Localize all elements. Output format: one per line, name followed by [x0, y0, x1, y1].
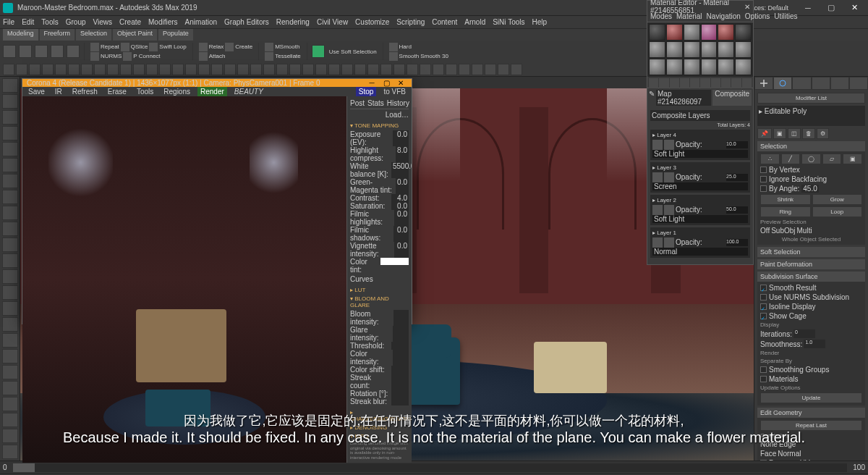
- param-spinner[interactable]: [393, 326, 409, 342]
- menu-views[interactable]: Views: [93, 18, 113, 26]
- tess-button[interactable]: Tessellate: [275, 53, 301, 59]
- tool-button[interactable]: [2, 429, 18, 443]
- material-swatch[interactable]: [666, 59, 683, 75]
- vfb-section[interactable]: ▸ SHARPENING/BLURRING: [350, 409, 409, 422]
- material-type-button[interactable]: Composite: [712, 90, 752, 106]
- ribbon-button[interactable]: [312, 45, 325, 58]
- angle-spinner[interactable]: 45.0: [801, 185, 818, 193]
- configure-button[interactable]: ⚙: [817, 128, 829, 139]
- pick-icon[interactable]: ✎: [649, 90, 655, 106]
- vfb-stop-button[interactable]: Stop: [356, 87, 377, 96]
- show-end-button[interactable]: ▣: [773, 128, 786, 139]
- toolbar-button[interactable]: [224, 64, 236, 75]
- material-swatch[interactable]: [718, 59, 734, 75]
- modifier-list-dropdown[interactable]: Modifier List: [757, 93, 865, 104]
- pconnect-button[interactable]: P Connect: [133, 53, 160, 59]
- layer-map-button[interactable]: [652, 140, 663, 150]
- attach-button[interactable]: Attach: [209, 53, 226, 59]
- hierarchy-tab[interactable]: [792, 77, 811, 90]
- toolbar-button[interactable]: [341, 64, 353, 75]
- mated-menu-options[interactable]: Options: [745, 12, 770, 22]
- toolbar-button[interactable]: [420, 64, 431, 75]
- menu-edit[interactable]: Edit: [22, 18, 34, 26]
- create-tab[interactable]: [754, 77, 773, 90]
- material-swatch[interactable]: [684, 41, 700, 58]
- tool-button[interactable]: [2, 317, 18, 332]
- mated-tool-button[interactable]: [659, 78, 668, 88]
- mat-checkbox[interactable]: [760, 376, 767, 382]
- ribbon-button[interactable]: [67, 45, 80, 58]
- toolbar-button[interactable]: [328, 64, 340, 75]
- menu-modifiers[interactable]: Modifiers: [148, 18, 178, 26]
- menu-scripting[interactable]: Scripting: [396, 18, 425, 26]
- toolbar-button[interactable]: [367, 64, 379, 75]
- material-name-field[interactable]: Map #2146286097: [656, 90, 711, 106]
- material-swatch[interactable]: [684, 59, 700, 75]
- presel-multi-radio[interactable]: Multi: [797, 227, 812, 235]
- smoothness-spinner[interactable]: 1.0: [804, 340, 825, 348]
- pin-stack-button[interactable]: 📌: [757, 128, 772, 139]
- layer-map-button[interactable]: [652, 205, 663, 215]
- mated-menu-material[interactable]: Material: [676, 12, 702, 22]
- param-spinner[interactable]: 0.0: [393, 130, 409, 146]
- material-swatch[interactable]: [649, 59, 665, 75]
- param-spinner[interactable]: 0.0: [394, 210, 409, 226]
- toolbar-button[interactable]: [393, 64, 405, 75]
- toolbar-button[interactable]: [472, 64, 483, 75]
- presel-subobj-radio[interactable]: SubObj: [771, 227, 795, 235]
- qslice-button[interactable]: QSlice: [131, 43, 148, 50]
- toolbar-button[interactable]: [459, 64, 470, 75]
- curves-button[interactable]: Curves: [350, 275, 373, 283]
- smooth-button[interactable]: Smooth: [399, 53, 420, 59]
- vfb-tovfb-button[interactable]: to VFB: [380, 87, 409, 96]
- constraint-none-radio[interactable]: None: [760, 440, 778, 448]
- vfb-section[interactable]: ▸ DENOISING: [350, 424, 409, 431]
- param-spinner[interactable]: [391, 390, 409, 398]
- toolbar-button[interactable]: [407, 64, 418, 75]
- tool-button[interactable]: [2, 285, 18, 300]
- toolbar-button[interactable]: [55, 64, 67, 75]
- toolbar-button[interactable]: [250, 64, 262, 75]
- ribbon-tab-selection[interactable]: Selection: [76, 29, 111, 41]
- tool-button[interactable]: [2, 397, 18, 411]
- toolbar-button[interactable]: [302, 64, 314, 75]
- param-spinner[interactable]: 8.0: [396, 146, 409, 162]
- shrink-button[interactable]: Shrink: [760, 194, 811, 205]
- border-subobj-button[interactable]: ◯: [801, 154, 821, 164]
- update-button[interactable]: Update: [760, 392, 862, 403]
- vfb-render-button[interactable]: Render: [197, 87, 227, 96]
- mated-menu-modes[interactable]: Modes: [650, 12, 672, 22]
- vfb-titlebar[interactable]: Corona 4 (Release Candidate 1) | 1436×10…: [22, 79, 412, 87]
- toolbar-button[interactable]: [68, 64, 80, 75]
- menu-animation[interactable]: Animation: [185, 18, 217, 26]
- material-swatch[interactable]: [649, 41, 665, 58]
- mated-tool-button[interactable]: [690, 78, 699, 88]
- toolbar-button[interactable]: [107, 64, 119, 75]
- param-spinner[interactable]: [393, 310, 409, 326]
- tool-button[interactable]: [2, 301, 18, 316]
- param-spinner[interactable]: [391, 374, 409, 390]
- material-swatch[interactable]: [701, 59, 718, 75]
- vfb-ir-button[interactable]: IR: [52, 87, 65, 96]
- toolbar-button[interactable]: [511, 64, 522, 75]
- maximize-button[interactable]: ▢: [820, 1, 842, 14]
- usesoft-button[interactable]: Use Soft Selection: [329, 49, 377, 55]
- unique-button[interactable]: ◫: [788, 128, 801, 139]
- blend-mode-dropdown[interactable]: Screen: [652, 182, 748, 190]
- ignoreback-checkbox[interactable]: [760, 176, 767, 182]
- toolbar-button[interactable]: [315, 64, 327, 75]
- mated-tool-button[interactable]: [649, 78, 658, 88]
- material-swatch[interactable]: [701, 24, 718, 41]
- ring-button[interactable]: Ring: [760, 206, 811, 217]
- tool-button[interactable]: [2, 269, 18, 284]
- relax-button[interactable]: Relax: [209, 43, 224, 50]
- toolbar-button[interactable]: [185, 64, 197, 75]
- byvertex-checkbox[interactable]: [760, 167, 767, 173]
- vfb-render-view[interactable]: [22, 96, 346, 463]
- tool-button[interactable]: [2, 126, 18, 140]
- rollout-header[interactable]: Subdivision Surface: [757, 272, 865, 282]
- vfb-close-button[interactable]: ✕: [394, 79, 407, 87]
- toolbar-button[interactable]: [498, 64, 509, 75]
- mated-titlebar[interactable]: Material Editor - Material #2146556851 ✕: [647, 1, 753, 12]
- constraint-edge-radio[interactable]: Edge: [779, 440, 796, 448]
